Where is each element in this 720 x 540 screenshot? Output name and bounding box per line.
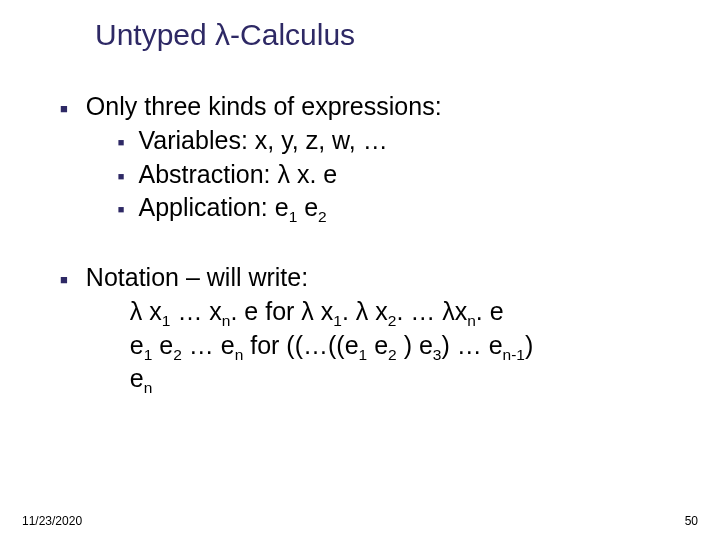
slide: Untyped λ-Calculus ■ Only three kinds of… [0, 0, 720, 540]
bullet-kinds: ■ Only three kinds of expressions: ■ Var… [60, 90, 680, 225]
square-bullet-icon: ■ [60, 100, 68, 118]
notation-line3: en [130, 362, 680, 396]
footer-date: 11/23/2020 [22, 514, 82, 528]
notation-line2: e1 e2 … en for ((…((e1 e2 ) e3) … en-1) [130, 329, 680, 363]
square-bullet-icon: ■ [118, 135, 125, 150]
application-text: Application: e1 e2 [139, 191, 327, 225]
square-bullet-icon: ■ [118, 202, 125, 217]
bullet-notation: ■ Notation – will write: λ x1 … xn. e fo… [60, 261, 680, 396]
footer: 11/23/2020 50 [22, 514, 698, 528]
slide-content: ■ Only three kinds of expressions: ■ Var… [60, 90, 680, 396]
abstraction-text: Abstraction: λ x. e [139, 158, 338, 192]
bullet-application: ■ Application: e1 e2 [118, 191, 680, 225]
footer-page: 50 [685, 514, 698, 528]
square-bullet-icon: ■ [60, 271, 68, 289]
notation-line1: λ x1 … xn. e for λ x1. λ x2. … λxn. e [130, 295, 680, 329]
slide-title: Untyped λ-Calculus [95, 18, 680, 52]
bullet-abstraction: ■ Abstraction: λ x. e [118, 158, 680, 192]
variables-text: Variables: x, y, z, w, … [139, 124, 388, 158]
bullet-variables: ■ Variables: x, y, z, w, … [118, 124, 680, 158]
square-bullet-icon: ■ [118, 169, 125, 184]
notation-lead: Notation – will write: [86, 261, 680, 295]
kinds-lead: Only three kinds of expressions: [86, 90, 680, 124]
